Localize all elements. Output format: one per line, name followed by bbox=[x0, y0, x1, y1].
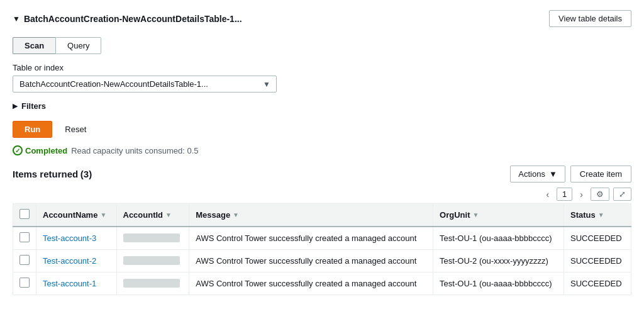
tab-scan[interactable]: Scan bbox=[13, 37, 55, 54]
sort-icon-status[interactable]: ▼ bbox=[598, 211, 604, 218]
row-checkbox-cell-1 bbox=[13, 250, 36, 273]
account-id-blurred: 000000000000 bbox=[123, 256, 180, 265]
table-row: Test-account-3000000000000AWS Control To… bbox=[13, 227, 631, 250]
status-detail: Read capacity units consumed: 0.5 bbox=[71, 146, 198, 155]
th-account-id: AccountId ▼ bbox=[116, 204, 189, 227]
cell-account-id: 000000000000 bbox=[116, 250, 189, 273]
actions-button[interactable]: Actions ▼ bbox=[510, 166, 565, 183]
status-completed: ✓ Completed bbox=[13, 145, 67, 155]
row-checkbox-1[interactable] bbox=[19, 255, 30, 265]
create-item-button[interactable]: Create item bbox=[570, 166, 631, 183]
pagination-current-page: 1 bbox=[557, 188, 572, 201]
cell-status: SUCCEEDED bbox=[564, 250, 631, 273]
row-checkbox-0[interactable] bbox=[19, 232, 30, 242]
cell-org-unit: Test-OU-2 (ou-xxxx-yyyyzzzz) bbox=[433, 250, 564, 273]
view-table-details-button[interactable]: View table details bbox=[549, 10, 631, 27]
actions-dropdown-icon: ▼ bbox=[549, 169, 557, 179]
table-index-select[interactable]: BatchAccountCreation-NewAccountDetailsTa… bbox=[13, 76, 277, 93]
table-name: BatchAccountCreation-NewAccountDetailsTa… bbox=[24, 14, 242, 24]
tab-query[interactable]: Query bbox=[55, 37, 101, 54]
sort-icon-message[interactable]: ▼ bbox=[233, 211, 239, 218]
collapse-icon[interactable]: ▼ bbox=[13, 14, 20, 23]
table-header-row: AccountName ▼ AccountId ▼ Message ▼ OrgU… bbox=[13, 204, 631, 227]
account-name-link[interactable]: Test-account-2 bbox=[43, 256, 96, 266]
th-org-unit: OrgUnit ▼ bbox=[433, 204, 564, 227]
filters-label: Filters bbox=[21, 101, 46, 111]
th-checkbox bbox=[13, 204, 36, 227]
filters-row[interactable]: ▶ Filters bbox=[13, 101, 631, 111]
row-checkbox-cell-0 bbox=[13, 227, 36, 250]
pagination-settings-button[interactable]: ⚙ bbox=[591, 188, 609, 201]
cell-message: AWS Control Tower successfully created a… bbox=[189, 250, 433, 273]
th-account-name: AccountName ▼ bbox=[36, 204, 117, 227]
run-reset-row: Run Reset bbox=[13, 121, 631, 138]
table-index-form-group: Table or index BatchAccountCreation-NewA… bbox=[13, 63, 631, 93]
sort-icon-account-id[interactable]: ▼ bbox=[165, 211, 172, 218]
scan-query-tabs: Scan Query bbox=[13, 37, 631, 54]
account-name-link[interactable]: Test-account-1 bbox=[43, 279, 96, 288]
cell-account-name: Test-account-2 bbox=[36, 250, 117, 273]
page-header: ▼ BatchAccountCreation-NewAccountDetails… bbox=[13, 10, 631, 27]
cell-org-unit: Test-OU-1 (ou-aaaa-bbbbcccc) bbox=[433, 227, 564, 250]
cell-message: AWS Control Tower successfully created a… bbox=[189, 227, 433, 250]
actions-label: Actions bbox=[518, 169, 545, 179]
cell-org-unit: Test-OU-1 (ou-aaaa-bbbbcccc) bbox=[433, 273, 564, 295]
items-title: Items returned (3) bbox=[13, 169, 92, 179]
pagination-prev-button[interactable]: ‹ bbox=[542, 188, 553, 201]
cell-account-id: 000000000000 bbox=[116, 273, 189, 295]
th-status: Status ▼ bbox=[564, 204, 631, 227]
select-all-checkbox[interactable] bbox=[19, 209, 30, 219]
sort-icon-account-name[interactable]: ▼ bbox=[100, 211, 106, 218]
check-circle-icon: ✓ bbox=[13, 145, 23, 155]
status-row: ✓ Completed Read capacity units consumed… bbox=[13, 145, 631, 155]
account-id-blurred: 000000000000 bbox=[123, 233, 180, 242]
items-actions: Actions ▼ Create item bbox=[510, 166, 631, 183]
row-checkbox-2[interactable] bbox=[19, 278, 30, 288]
cell-account-id: 000000000000 bbox=[116, 227, 189, 250]
filters-collapse-icon: ▶ bbox=[13, 102, 18, 110]
table-index-select-wrapper: BatchAccountCreation-NewAccountDetailsTa… bbox=[13, 76, 277, 93]
sort-icon-org-unit[interactable]: ▼ bbox=[472, 211, 479, 218]
run-button[interactable]: Run bbox=[13, 121, 52, 138]
page-title: ▼ BatchAccountCreation-NewAccountDetails… bbox=[13, 14, 242, 24]
cell-status: SUCCEEDED bbox=[564, 273, 631, 295]
table-row: Test-account-2000000000000AWS Control To… bbox=[13, 250, 631, 273]
cell-account-name: Test-account-3 bbox=[36, 227, 117, 250]
account-id-blurred: 000000000000 bbox=[123, 279, 180, 288]
table-row: Test-account-1000000000000AWS Control To… bbox=[13, 273, 631, 295]
row-checkbox-cell-2 bbox=[13, 273, 36, 295]
cell-status: SUCCEEDED bbox=[564, 227, 631, 250]
table-index-label: Table or index bbox=[13, 63, 631, 72]
cell-account-name: Test-account-1 bbox=[36, 273, 117, 295]
pagination-next-button[interactable]: › bbox=[576, 188, 587, 201]
cell-message: AWS Control Tower successfully created a… bbox=[189, 273, 433, 295]
pagination-expand-button[interactable]: ⤢ bbox=[613, 188, 631, 201]
status-label: Completed bbox=[25, 146, 67, 155]
reset-button[interactable]: Reset bbox=[60, 121, 91, 137]
account-name-link[interactable]: Test-account-3 bbox=[43, 233, 96, 243]
th-message: Message ▼ bbox=[189, 204, 433, 227]
items-header: Items returned (3) Actions ▼ Create item bbox=[13, 166, 631, 183]
items-table: AccountName ▼ AccountId ▼ Message ▼ OrgU… bbox=[13, 203, 631, 295]
pagination-row: ‹ 1 › ⚙ ⤢ bbox=[13, 188, 631, 201]
